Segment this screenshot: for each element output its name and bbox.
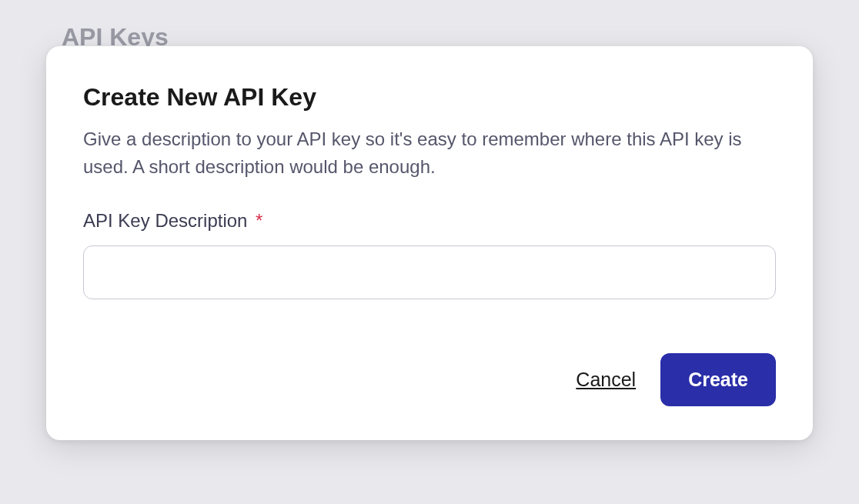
modal-actions: Cancel Create	[83, 353, 776, 406]
required-asterisk-icon: *	[256, 210, 262, 231]
create-button[interactable]: Create	[660, 353, 776, 406]
modal-description: Give a description to your API key so it…	[83, 125, 776, 181]
cancel-button[interactable]: Cancel	[576, 369, 636, 391]
field-label-text: API Key Description	[83, 210, 247, 231]
description-field-label: API Key Description *	[83, 210, 776, 232]
create-api-key-modal: Create New API Key Give a description to…	[46, 46, 813, 440]
api-key-description-input[interactable]	[83, 245, 776, 299]
modal-title: Create New API Key	[83, 83, 776, 112]
